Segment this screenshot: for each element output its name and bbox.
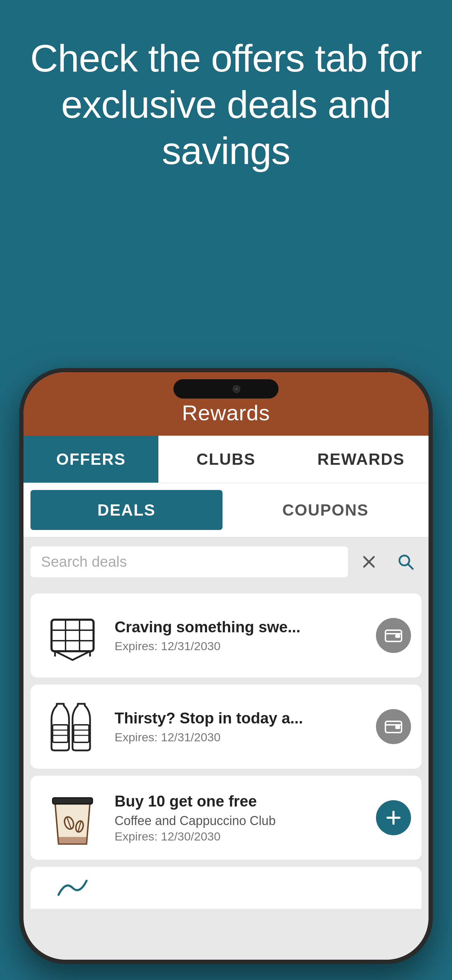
subtab-deals[interactable]: DEALS (30, 490, 223, 530)
search-input-wrapper[interactable]: Search deals (30, 546, 348, 577)
deal-icon-bottles (41, 695, 104, 758)
deal-action-wallet-2[interactable] (376, 709, 411, 744)
svg-rect-28 (59, 837, 86, 844)
phone-mockup: Rewards OFFERS CLUBS REWARDS DEALS (19, 368, 433, 964)
close-icon (361, 554, 377, 570)
deal-icon-chocolate (41, 604, 104, 667)
deal-action-add-3[interactable] (376, 800, 411, 835)
subtab-coupons[interactable]: COUPONS (229, 490, 422, 530)
deal-title-1: Craving something swe... (115, 618, 366, 636)
deal-card-partial[interactable] (30, 867, 422, 909)
deal-info-3: Buy 10 get one free Coffee and Cappuccin… (115, 792, 366, 843)
deal-title-3: Buy 10 get one free (115, 792, 366, 810)
search-icon (396, 553, 415, 571)
clear-search-button[interactable] (353, 546, 385, 578)
svg-rect-4 (51, 620, 94, 651)
deal-icon-partial (41, 867, 104, 909)
deal-info-1: Craving something swe... Expires: 12/31/… (115, 618, 366, 653)
sub-tab-bar: DEALS COUPONS (24, 483, 428, 537)
hero-heading: Check the offers tab for exclusive deals… (28, 35, 424, 174)
tab-offers[interactable]: OFFERS (24, 436, 158, 483)
front-camera (232, 385, 240, 393)
deal-icon-coffee (41, 786, 104, 849)
svg-rect-17 (73, 725, 89, 742)
tab-clubs[interactable]: CLUBS (158, 436, 293, 483)
phone-screen: Rewards OFFERS CLUBS REWARDS DEALS (24, 372, 428, 960)
svg-rect-12 (395, 635, 400, 638)
phone-frame: Rewards OFFERS CLUBS REWARDS DEALS (19, 368, 433, 964)
search-bar: Search deals (24, 537, 428, 586)
deal-card-1[interactable]: Craving something swe... Expires: 12/31/… (30, 593, 422, 678)
search-button[interactable] (390, 546, 422, 578)
svg-line-3 (408, 564, 413, 569)
notch (173, 379, 279, 399)
svg-rect-23 (53, 798, 92, 804)
deal-card-3[interactable]: Buy 10 get one free Coffee and Cappuccin… (30, 776, 422, 860)
tab-rewards[interactable]: REWARDS (294, 436, 428, 483)
deals-list: Craving something swe... Expires: 12/31/… (24, 586, 428, 960)
deal-info-2: Thirsty? Stop in today a... Expires: 12/… (115, 710, 366, 744)
app-header: Rewards (24, 372, 428, 436)
svg-rect-21 (395, 725, 400, 729)
deal-card-2[interactable]: Thirsty? Stop in today a... Expires: 12/… (30, 684, 422, 768)
deal-subtitle-3: Coffee and Cappuccino Club (115, 813, 366, 828)
app-title: Rewards (24, 400, 428, 425)
deal-expires-3: Expires: 12/30/2030 (115, 830, 366, 843)
svg-rect-14 (53, 725, 68, 742)
deal-expires-2: Expires: 12/31/2030 (115, 730, 366, 744)
main-tab-bar: OFFERS CLUBS REWARDS (24, 436, 428, 483)
deal-action-wallet-1[interactable] (376, 618, 411, 653)
deal-title-2: Thirsty? Stop in today a... (115, 710, 366, 727)
deal-expires-1: Expires: 12/31/2030 (115, 639, 366, 653)
search-input[interactable]: Search deals (41, 554, 337, 570)
